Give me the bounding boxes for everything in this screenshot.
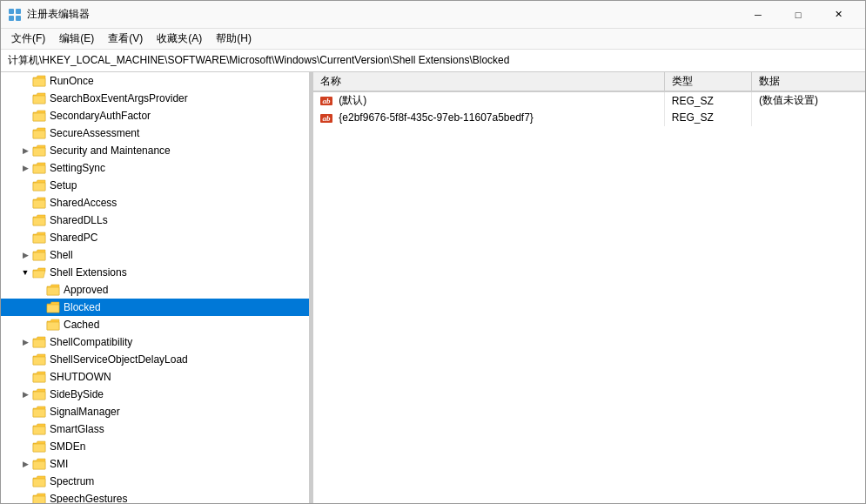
- table-row[interactable]: ab {e2bf9676-5f8f-435c-97eb-11607a5bedf7…: [313, 109, 865, 126]
- table-row[interactable]: ab (默认) REG_SZ (数值未设置): [313, 91, 865, 109]
- tree-item-SignalManager[interactable]: SignalManager: [1, 403, 309, 420]
- tree-item-SharedAccess[interactable]: SharedAccess: [1, 194, 309, 212]
- tree-item-RunOnce[interactable]: RunOnce: [1, 72, 309, 90]
- tree-label: SharedDLLs: [50, 214, 108, 226]
- registry-type: REG_SZ: [672, 111, 714, 124]
- address-bar: 计算机\HKEY_LOCAL_MACHINE\SOFTWARE\Microsof…: [1, 50, 865, 72]
- tree-panel[interactable]: RunOnce SearchBoxEventArgsProvider Secon…: [1, 72, 310, 503]
- window-title: 注册表编辑器: [27, 7, 738, 22]
- folder-icon-open: [32, 266, 46, 279]
- tree-label: Blocked: [64, 301, 101, 313]
- col-header-data[interactable]: 数据: [752, 72, 865, 91]
- svg-rect-27: [33, 496, 45, 503]
- tree-arrow-icon: ▼: [18, 265, 32, 279]
- registry-type-cell: REG_SZ: [664, 109, 751, 126]
- folder-icon: [32, 127, 46, 139]
- registry-name: {e2bf9676-5f8f-435c-97eb-11607a5bedf7}: [339, 111, 534, 124]
- tree-item-SharedPC[interactable]: SharedPC: [1, 229, 309, 246]
- folder-icon: [32, 232, 46, 244]
- tree-arrow-icon: ▶: [18, 457, 32, 471]
- svg-rect-16: [47, 305, 59, 312]
- registry-type-cell: REG_SZ: [664, 91, 751, 109]
- maximize-button[interactable]: □: [778, 1, 818, 29]
- svg-rect-14: [33, 252, 45, 260]
- folder-icon: [32, 458, 46, 470]
- registry-name-cell: ab {e2bf9676-5f8f-435c-97eb-11607a5bedf7…: [313, 109, 664, 126]
- tree-item-Approved[interactable]: Approved: [1, 281, 309, 299]
- folder-icon: [32, 388, 46, 400]
- folder-icon: [32, 214, 46, 226]
- tree-arrow-icon: ▶: [18, 387, 32, 401]
- tree-label: Shell: [50, 249, 73, 261]
- folder-icon: [46, 284, 60, 296]
- tree-item-ShellCompatibility[interactable]: ▶ ShellCompatibility: [1, 333, 309, 351]
- svg-rect-4: [33, 78, 45, 86]
- tree-label: ShellCompatibility: [50, 336, 132, 348]
- tree-item-Spectrum[interactable]: Spectrum: [1, 473, 309, 490]
- tree-item-SideBySide[interactable]: ▶ SideBySide: [1, 386, 309, 403]
- tree-label: Cached: [64, 319, 99, 331]
- tree-item-SearchBoxEventArgsProvider[interactable]: SearchBoxEventArgsProvider: [1, 90, 309, 107]
- svg-rect-26: [33, 479, 45, 487]
- folder-icon: [32, 249, 46, 261]
- folder-icon: [32, 336, 46, 348]
- registry-table: 名称 类型 数据 ab (默认) REG_SZ: [313, 72, 865, 126]
- svg-rect-9: [33, 165, 45, 173]
- tree-label: SMDEn: [50, 440, 85, 453]
- folder-icon: [32, 92, 46, 104]
- tree-item-SpeechGestures[interactable]: SpeechGestures: [1, 490, 309, 503]
- svg-rect-11: [33, 200, 45, 208]
- tree-item-Setup[interactable]: Setup: [1, 177, 309, 194]
- tree-item-ShellServiceObjectDelayLoad[interactable]: ShellServiceObjectDelayLoad: [1, 351, 309, 368]
- tree-item-Cached[interactable]: Cached: [1, 316, 309, 333]
- registry-name: (默认): [339, 94, 366, 106]
- tree-item-Shell[interactable]: ▶ Shell: [1, 246, 309, 264]
- folder-icon: [32, 179, 46, 192]
- menu-favorites[interactable]: 收藏夹(A): [150, 30, 209, 48]
- menu-view[interactable]: 查看(V): [101, 30, 150, 48]
- folder-icon: [32, 162, 46, 174]
- svg-rect-18: [33, 339, 45, 347]
- folder-icon: [32, 353, 46, 366]
- svg-rect-3: [16, 16, 21, 21]
- title-bar: 注册表编辑器 ─ □ ✕: [1, 1, 865, 29]
- tree-item-SecureAssessment[interactable]: SecureAssessment: [1, 124, 309, 142]
- main-content: RunOnce SearchBoxEventArgsProvider Secon…: [1, 72, 865, 503]
- registry-type: REG_SZ: [672, 95, 714, 107]
- tree-arrow-icon: ▶: [18, 144, 32, 158]
- svg-rect-17: [47, 322, 59, 330]
- svg-rect-1: [16, 9, 21, 14]
- svg-rect-22: [33, 409, 45, 417]
- minimize-button[interactable]: ─: [738, 1, 778, 29]
- folder-icon: [32, 197, 46, 209]
- svg-rect-0: [9, 9, 14, 14]
- tree-label: SpeechGestures: [50, 493, 127, 503]
- tree-item-SMDEn[interactable]: SMDEn: [1, 438, 309, 455]
- col-header-name[interactable]: 名称: [313, 72, 664, 91]
- registry-data-cell: [752, 109, 865, 126]
- svg-rect-8: [33, 148, 45, 156]
- tree-item-SharedDLLs[interactable]: SharedDLLs: [1, 212, 309, 229]
- tree-label: SecondaryAuthFactor: [50, 110, 151, 122]
- tree-label: ShellServiceObjectDelayLoad: [50, 353, 188, 366]
- tree-label: RunOnce: [50, 75, 94, 87]
- folder-icon: [32, 75, 46, 87]
- folder-icon: [32, 371, 46, 383]
- close-button[interactable]: ✕: [818, 1, 858, 29]
- tree-item-SmartGlass[interactable]: SmartGlass: [1, 420, 309, 438]
- tree-label: SmartGlass: [50, 423, 104, 435]
- menu-file[interactable]: 文件(F): [4, 30, 52, 48]
- svg-rect-6: [33, 113, 45, 121]
- tree-item-ShellExtensions[interactable]: ▼ Shell Extensions: [1, 264, 309, 281]
- tree-item-SettingSync[interactable]: ▶ SettingSync: [1, 159, 309, 177]
- tree-item-SMI[interactable]: ▶ SMI: [1, 455, 309, 473]
- col-header-type[interactable]: 类型: [664, 72, 751, 91]
- folder-icon: [32, 423, 46, 435]
- folder-icon: [32, 440, 46, 453]
- menu-edit[interactable]: 编辑(E): [52, 30, 101, 48]
- tree-item-Blocked[interactable]: Blocked: [1, 299, 309, 316]
- menu-help[interactable]: 帮助(H): [209, 30, 258, 48]
- tree-item-SecurityAndMaintenance[interactable]: ▶ Security and Maintenance: [1, 142, 309, 159]
- tree-item-SecondaryAuthFactor[interactable]: SecondaryAuthFactor: [1, 107, 309, 124]
- tree-item-SHUTDOWN[interactable]: SHUTDOWN: [1, 368, 309, 386]
